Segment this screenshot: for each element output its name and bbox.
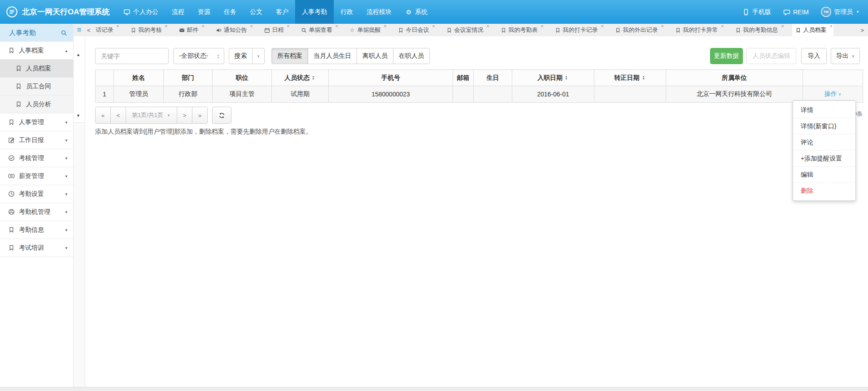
- prev-page-button[interactable]: <: [110, 107, 126, 124]
- update-data-button[interactable]: 更新数据: [710, 48, 743, 64]
- topnav-item-1[interactable]: 个人办公: [117, 0, 165, 24]
- topnav-item-3[interactable]: 资源: [191, 0, 217, 24]
- column-header-7: 邮箱: [453, 70, 474, 86]
- tab-list-button[interactable]: ≡: [74, 26, 85, 35]
- topnav-item-6[interactable]: 客户: [269, 0, 295, 24]
- sidebar-item-6[interactable]: 工作日报▾: [0, 131, 73, 149]
- tab-9[interactable]: 会议室情况×: [443, 24, 490, 36]
- menu-item-6[interactable]: 删除: [793, 183, 855, 199]
- sidebar-item-10[interactable]: 考勤机管理▾: [0, 203, 73, 221]
- tab-7[interactable]: ☆单据提醒×: [346, 24, 388, 36]
- filter-button-1[interactable]: 所有档案: [271, 48, 308, 64]
- tab-10[interactable]: 我的考勤表×: [497, 24, 545, 36]
- topnav-item-10[interactable]: ⚙系统: [398, 0, 434, 24]
- cell-action: 操作∨: [803, 86, 863, 103]
- horizontal-scrollbar[interactable]: [0, 387, 868, 391]
- mobile-version-button[interactable]: 手机版: [742, 8, 771, 16]
- menu-item-1[interactable]: 详情: [793, 102, 855, 118]
- search-button[interactable]: 搜索: [229, 48, 253, 64]
- bookmark-icon: [8, 119, 15, 126]
- topnav-item-2[interactable]: 流程: [165, 0, 191, 24]
- cell-2: 管理员: [114, 86, 164, 103]
- keyword-input[interactable]: [95, 48, 169, 64]
- tab-3[interactable]: 邮件×: [176, 24, 205, 36]
- topnav-item-8[interactable]: 行政: [334, 0, 360, 24]
- search-options-button[interactable]: ∨: [253, 48, 265, 64]
- tab-12[interactable]: 我的外出记录×: [612, 24, 665, 36]
- tab-8[interactable]: 今日会议×: [395, 24, 436, 36]
- status-edit-button[interactable]: 人员状态编辑: [746, 48, 796, 64]
- topnav-item-4[interactable]: 任务: [217, 0, 243, 24]
- bookmark-icon: [398, 27, 404, 33]
- menu-item-2[interactable]: 详情(新窗口): [793, 118, 855, 135]
- tab-close-icon[interactable]: ×: [165, 24, 167, 29]
- import-button[interactable]: 导入: [801, 48, 827, 64]
- tab-close-icon[interactable]: ×: [201, 24, 204, 29]
- tab-close-icon[interactable]: ×: [541, 24, 543, 29]
- sidebar-item-11[interactable]: 考勤信息▾: [0, 221, 73, 239]
- sidebar-item-4[interactable]: 人员分析: [0, 96, 73, 113]
- filter-button-2[interactable]: 当月人员生日: [308, 48, 357, 64]
- next-page-button[interactable]: >: [177, 107, 192, 124]
- tab-scroll-left-button[interactable]: <: [85, 27, 93, 34]
- tab-13[interactable]: 我的打卡异常×: [672, 24, 725, 36]
- tab-close-icon[interactable]: ×: [781, 24, 784, 29]
- tab-label: 单据查看: [309, 26, 332, 34]
- tab-close-icon[interactable]: ×: [661, 24, 663, 29]
- sidebar-item-8[interactable]: 薪资管理▾: [0, 167, 73, 185]
- last-page-button[interactable]: »: [192, 107, 208, 124]
- status-select-value: -全部状态-: [179, 52, 208, 60]
- topnav-item-5[interactable]: 公文: [243, 0, 269, 24]
- search-icon[interactable]: [61, 30, 67, 36]
- tab-close-icon[interactable]: ×: [486, 24, 489, 29]
- refresh-button[interactable]: [212, 107, 231, 124]
- first-page-button[interactable]: «: [95, 107, 111, 124]
- tab-close-icon[interactable]: ×: [335, 24, 338, 29]
- tab-14[interactable]: 我的考勤信息×: [732, 24, 785, 36]
- topnav-item-9[interactable]: 流程模块: [360, 0, 398, 24]
- row-action-link[interactable]: 操作∨: [824, 90, 842, 98]
- tab-5[interactable]: 日程×: [261, 24, 291, 36]
- sidebar-item-1[interactable]: 人事档案▴: [0, 42, 73, 60]
- tab-close-icon[interactable]: ×: [601, 24, 603, 29]
- user-menu[interactable]: TM 管理员 ▾: [821, 7, 860, 17]
- collapse-down-icon[interactable]: ▼: [76, 113, 80, 118]
- topnav-item-7[interactable]: 人事考勤: [295, 0, 334, 24]
- column-header-5[interactable]: 人员状态: [272, 70, 329, 86]
- status-select[interactable]: -全部状态-: [173, 48, 224, 64]
- sidebar-item-3[interactable]: 员工合同: [0, 78, 73, 96]
- sidebar-item-5[interactable]: 人事管理▾: [0, 113, 73, 131]
- column-header-9[interactable]: 入职日期: [512, 70, 594, 86]
- tab-6[interactable]: 单据查看×: [298, 24, 339, 36]
- sidebar-item-7[interactable]: 考核管理▾: [0, 149, 73, 167]
- filter-button-3[interactable]: 离职人员: [357, 48, 393, 64]
- table-row[interactable]: 1管理员行政部项目主管试用期158000000232016-06-01北京一网天…: [96, 86, 863, 103]
- menu-item-4[interactable]: +添加提醒设置: [793, 151, 855, 167]
- menu-item-5[interactable]: 编辑: [793, 167, 855, 183]
- column-header-10[interactable]: 转正日期: [594, 70, 666, 86]
- tab-close-icon[interactable]: ×: [116, 24, 119, 29]
- tab-1[interactable]: 话记录×: [93, 24, 120, 36]
- sidebar-item-2[interactable]: 人员档案: [0, 60, 73, 78]
- tab-close-icon[interactable]: ×: [287, 24, 289, 29]
- page-indicator-button[interactable]: 第1页/共1页 ▾: [126, 107, 177, 124]
- tab-close-icon[interactable]: ×: [384, 24, 386, 29]
- collapse-up-icon[interactable]: ▲: [76, 52, 80, 57]
- menu-item-3[interactable]: 评论: [793, 135, 855, 151]
- tab-close-icon[interactable]: ×: [250, 24, 253, 29]
- filter-button-4[interactable]: 在职人员: [393, 48, 430, 64]
- tab-scroll-right-button[interactable]: >: [858, 27, 868, 34]
- sidebar-item-9[interactable]: 考勤设置▾: [0, 185, 73, 203]
- tab-2[interactable]: 我的考核×: [127, 24, 169, 36]
- column-header-2: 姓名: [114, 70, 164, 86]
- tab-4[interactable]: 通知公告×: [213, 24, 254, 36]
- reim-button[interactable]: REIM: [783, 9, 809, 16]
- tab-close-icon[interactable]: ×: [432, 24, 435, 29]
- export-button[interactable]: 导出 ∨: [831, 48, 860, 64]
- tab-close-icon[interactable]: ×: [721, 24, 724, 29]
- app-brand[interactable]: 北京一网天行OA管理系统: [0, 6, 117, 18]
- sidebar-item-12[interactable]: 考试培训▾: [0, 239, 73, 257]
- tab-11[interactable]: 我的打卡记录×: [552, 24, 605, 36]
- tab-close-icon[interactable]: ×: [829, 24, 832, 29]
- tab-15[interactable]: 人员档案×: [792, 24, 833, 36]
